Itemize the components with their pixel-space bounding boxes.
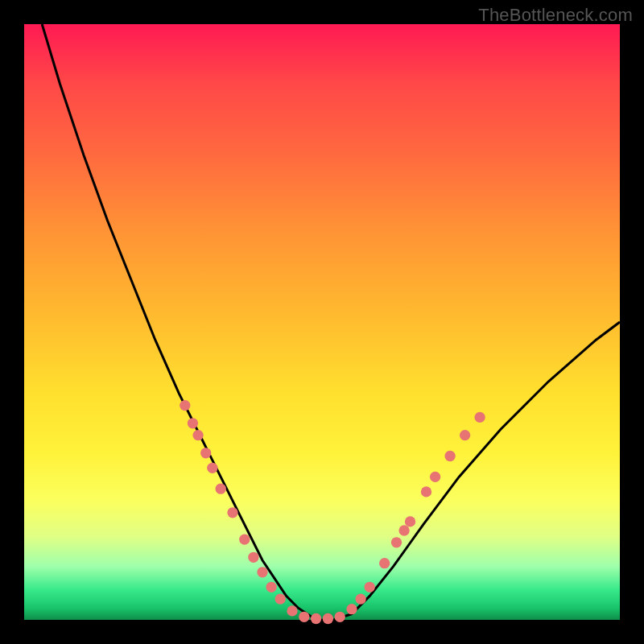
- curve-markers: [180, 400, 485, 624]
- chart-frame: TheBottleneck.com: [0, 0, 644, 644]
- curve-marker: [474, 412, 485, 423]
- curve-marker: [379, 558, 390, 568]
- curve-marker: [248, 552, 258, 563]
- curve-marker: [227, 507, 237, 518]
- curve-marker: [365, 582, 375, 592]
- curve-marker: [188, 418, 198, 428]
- curve-marker: [275, 593, 286, 604]
- plot-area: [24, 24, 620, 620]
- curve-marker: [192, 430, 203, 440]
- curve-marker: [323, 613, 333, 624]
- curve-marker: [200, 448, 211, 458]
- curve-marker: [346, 604, 357, 614]
- bottleneck-curve: [24, 24, 620, 620]
- curve-marker: [207, 463, 217, 473]
- curve-marker: [266, 582, 276, 592]
- curve-marker: [239, 534, 250, 544]
- curve-marker: [287, 605, 297, 616]
- curve-marker: [180, 400, 190, 411]
- curve-marker: [430, 472, 440, 482]
- curve-marker: [355, 593, 365, 604]
- curve-marker: [444, 451, 455, 461]
- curve-marker: [216, 484, 226, 494]
- curve-marker: [398, 525, 409, 535]
- curve-marker: [460, 430, 470, 440]
- curve-path: [42, 24, 620, 620]
- curve-marker: [257, 567, 267, 577]
- curve-marker: [299, 612, 309, 622]
- curve-marker: [335, 612, 345, 622]
- curve-marker: [405, 516, 415, 526]
- curve-marker: [311, 613, 321, 624]
- curve-marker: [421, 486, 431, 497]
- curve-marker: [391, 537, 402, 547]
- watermark-text: TheBottleneck.com: [478, 5, 633, 26]
